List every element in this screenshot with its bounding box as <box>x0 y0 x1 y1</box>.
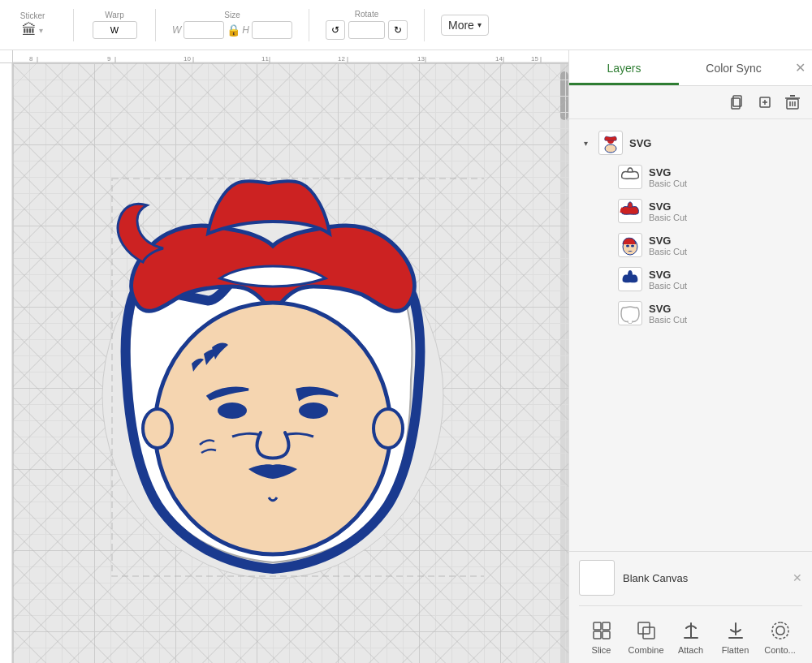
attach-label: Attach <box>678 645 703 655</box>
svg-rect-41 <box>594 622 601 630</box>
layer-type-2: Basic Cut <box>649 247 687 256</box>
layer-name-1: SVG <box>649 200 687 213</box>
flatten-button[interactable]: Flatten <box>715 619 756 655</box>
size-h-label: H <box>242 24 249 36</box>
lock-icon[interactable]: 🔒 <box>227 22 240 38</box>
expand-placeholder-2 <box>598 239 611 252</box>
contour-icon <box>769 619 792 642</box>
layer-info-root: SVG <box>629 137 651 149</box>
svg-rect-43 <box>594 631 601 639</box>
expand-icon[interactable]: ▾ <box>579 136 592 149</box>
layer-children: SVG Basic Cut <box>569 160 812 330</box>
svg-rect-44 <box>603 631 610 639</box>
layer-thumb-4 <box>618 301 642 325</box>
combine-label: Combine <box>628 645 663 655</box>
layer-group-root: ▾ SVG <box>569 126 812 330</box>
svg-rect-46 <box>643 627 654 639</box>
svg-point-37 <box>605 144 616 153</box>
divider-4 <box>424 9 425 41</box>
svg-rect-42 <box>603 622 610 630</box>
ruler-corner <box>0 50 13 63</box>
layer-info-2: SVG Basic Cut <box>649 235 687 256</box>
size-label: Size <box>224 11 240 19</box>
tab-layers[interactable]: Layers <box>569 50 679 85</box>
paste-layer-button[interactable] <box>755 93 775 112</box>
rotate-label: Rotate <box>355 10 378 19</box>
svg-text:14: 14 <box>495 55 503 62</box>
rotate-input[interactable] <box>348 21 385 39</box>
size-group: Size W 🔒 H <box>172 11 292 39</box>
close-blank-canvas-button[interactable]: ✕ <box>793 571 802 584</box>
layer-info-1: SVG Basic Cut <box>649 200 687 222</box>
rotate-ccw-button[interactable]: ↺ <box>326 20 345 40</box>
layer-thumb-1 <box>618 199 642 223</box>
more-button[interactable]: More <box>441 15 489 36</box>
layer-name-root: SVG <box>629 137 651 149</box>
layer-item-3[interactable]: SVG Basic Cut <box>589 262 812 296</box>
svg-text:13: 13 <box>417 55 425 62</box>
divider-2 <box>155 9 156 41</box>
layer-type-4: Basic Cut <box>649 315 687 325</box>
flatten-label: Flatten <box>722 645 749 655</box>
layer-type-0: Basic Cut <box>649 179 687 188</box>
panel-bottom: Blank Canvas ✕ Slice <box>569 551 812 663</box>
attach-icon <box>680 619 702 642</box>
delete-layer-button[interactable] <box>783 93 802 112</box>
canvas-area[interactable]: 8 9 10 11 12 13 14 15 <box>0 50 568 663</box>
layer-item-1[interactable]: SVG Basic Cut <box>589 194 812 228</box>
layer-info-0: SVG Basic Cut <box>649 166 687 188</box>
slice-icon <box>590 619 613 642</box>
blank-canvas-label: Blank Canvas <box>623 572 688 584</box>
panel-toolbar <box>569 86 812 119</box>
copy-layer-button[interactable] <box>728 93 747 112</box>
warp-w-input[interactable] <box>93 21 137 39</box>
main-content: 8 9 10 11 12 13 14 15 <box>0 50 812 663</box>
layer-item-0[interactable]: SVG Basic Cut <box>589 160 812 194</box>
contour-button[interactable]: Conto... <box>760 619 801 655</box>
layer-thumb-2 <box>618 233 642 257</box>
canvas-image <box>62 128 484 583</box>
divider-1 <box>73 9 74 41</box>
layer-name-2: SVG <box>649 235 687 247</box>
expand-placeholder-4 <box>598 307 611 320</box>
grid-canvas <box>13 63 568 663</box>
layer-info-3: SVG Basic Cut <box>649 269 687 291</box>
layer-name-4: SVG <box>649 303 687 315</box>
right-panel: Layers Color Sync ✕ <box>568 50 812 663</box>
svg-point-40 <box>631 245 634 248</box>
close-tab-button[interactable]: ✕ <box>788 50 812 85</box>
layer-type-1: Basic Cut <box>649 213 687 222</box>
attach-button[interactable]: Attach <box>671 619 711 655</box>
layer-thumb-0 <box>618 165 642 189</box>
layer-item-4[interactable]: SVG Basic Cut <box>589 296 812 330</box>
ruler-vertical <box>0 63 13 663</box>
svg-point-39 <box>626 245 629 248</box>
layer-thumb-3 <box>618 267 642 291</box>
blank-canvas-row: Blank Canvas ✕ <box>579 560 802 596</box>
svg-text:8: 8 <box>29 55 33 62</box>
svg-point-22 <box>143 409 172 448</box>
size-h-input[interactable] <box>252 21 292 39</box>
blank-canvas-thumb <box>579 560 615 596</box>
panel-tabs: Layers Color Sync ✕ <box>569 50 812 86</box>
svg-text:10: 10 <box>184 55 191 62</box>
rotate-group: Rotate ↺ ↻ <box>326 10 408 40</box>
svg-text:12: 12 <box>338 55 345 62</box>
expand-placeholder-3 <box>598 273 611 286</box>
svg-point-19 <box>155 303 391 554</box>
svg-point-20 <box>218 403 247 419</box>
warp-group: Warp <box>90 11 139 39</box>
warp-label: Warp <box>105 11 124 19</box>
tab-color-sync[interactable]: Color Sync <box>679 50 788 85</box>
layer-root[interactable]: ▾ SVG <box>569 126 812 160</box>
rotate-cw-button[interactable]: ↻ <box>388 20 408 40</box>
layer-item-2[interactable]: SVG Basic Cut <box>589 228 812 262</box>
svg-text:15: 15 <box>531 55 538 62</box>
size-w-input[interactable] <box>184 21 224 39</box>
panel-actions: Slice Combine <box>579 613 802 655</box>
expand-placeholder-1 <box>598 204 611 217</box>
flatten-icon <box>724 619 747 642</box>
slice-button[interactable]: Slice <box>581 619 622 655</box>
combine-button[interactable]: Combine <box>626 619 667 655</box>
divider-3 <box>309 9 309 41</box>
